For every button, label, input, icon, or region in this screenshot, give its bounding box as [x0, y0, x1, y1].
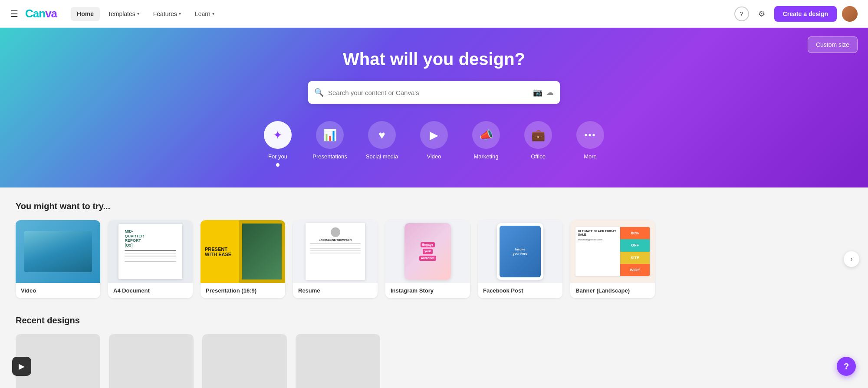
avatar-image [842, 6, 858, 22]
help-fab[interactable]: ? [837, 357, 856, 376]
banner-left: ULTIMATE BLACK FRIDAY SALE www.redtagpre… [575, 227, 620, 276]
nav-features-label: Features [153, 10, 177, 17]
category-video[interactable]: ▶ Video [408, 118, 460, 163]
card-presentation[interactable]: PRESENT WITH EASE Presentation (16:9) [201, 220, 285, 298]
card-presentation-label: Presentation (16:9) [201, 283, 285, 298]
video-icon: ▶ [430, 128, 438, 142]
cards-next-arrow[interactable]: › [844, 251, 859, 267]
card-facebook-label: Facebook Post [478, 283, 562, 298]
fb-text-line1: Inspire [515, 248, 525, 251]
try-section-title: You might want to try... [16, 201, 852, 211]
video-record-fab[interactable]: ▶ [12, 357, 31, 376]
card-facebook[interactable]: Inspire your Feed Facebook Post [478, 220, 562, 298]
nav-home-label: Home [77, 10, 94, 17]
nav-items: Home Templates ▾ Features ▾ Learn ▾ [71, 7, 220, 21]
custom-size-button[interactable]: Custom size [808, 36, 858, 53]
a4-line-2 [125, 253, 176, 254]
card-banner-label: Banner (Landscape) [570, 283, 655, 298]
search-input[interactable] [328, 89, 533, 96]
category-office[interactable]: 💼 Office [512, 118, 564, 163]
nav-learn-label: Learn [195, 10, 210, 17]
nav-home[interactable]: Home [71, 7, 100, 21]
settings-icon[interactable]: ⚙ [754, 7, 769, 21]
a4-thumb-paper: MID-QUARTERREPORT[Q2] [118, 224, 182, 279]
megaphone-icon: 📣 [479, 128, 493, 142]
pres-thumb-text: PRESENT WITH EASE [205, 246, 231, 256]
card-video-thumbnail [16, 220, 100, 283]
resume-name: JACQUELINE THOMPSON [319, 239, 352, 241]
fb-phone: Inspire your Feed [497, 223, 543, 280]
category-presentations[interactable]: 📊 Presentations [304, 118, 356, 163]
category-for-you[interactable]: ✦ For you [252, 118, 304, 170]
a4-line-1 [125, 250, 176, 251]
sparkle-icon: ✦ [273, 128, 283, 142]
help-icon[interactable]: ? [734, 7, 749, 21]
recent-card-3[interactable] [202, 334, 287, 388]
canva-logo[interactable]: Canva [25, 7, 57, 20]
recent-section-title: Recent designs [16, 316, 852, 326]
resume-line-1 [310, 243, 361, 244]
banner-title: ULTIMATE BLACK FRIDAY SALE [578, 230, 618, 237]
create-design-button[interactable]: Create a design [774, 6, 837, 22]
banner-thumb-bg: ULTIMATE BLACK FRIDAY SALE www.redtagpre… [570, 220, 655, 283]
a4-line-5 [125, 261, 176, 262]
a4-line-4 [125, 259, 176, 260]
card-a4[interactable]: MID-QUARTERREPORT[Q2] A4 Document [108, 220, 193, 298]
banner-block-4: WIDE [620, 264, 650, 276]
nav-learn[interactable]: Learn ▾ [189, 7, 220, 21]
recent-card-4[interactable] [296, 334, 380, 388]
banner-block-1: 80% [620, 227, 650, 239]
card-facebook-thumbnail: Inspire your Feed [478, 220, 562, 283]
resume-line-4 [310, 250, 361, 251]
hero-title: What will you design? [343, 49, 525, 69]
marketing-icon-wrap: 📣 [472, 121, 500, 149]
main-content: You might want to try... Video MID-QUART… [0, 187, 868, 388]
for-you-label: For you [268, 153, 287, 160]
card-resume[interactable]: JACQUELINE THOMPSON Resume [293, 220, 378, 298]
avatar[interactable] [842, 6, 858, 22]
office-icon-wrap: 💼 [524, 121, 552, 149]
card-instagram[interactable]: Engage your Audience Instagram Story [385, 220, 470, 298]
ig-screen: Engage your Audience [404, 223, 451, 280]
nav-features[interactable]: Features ▾ [147, 7, 187, 21]
upload-icon[interactable]: ☁ [546, 88, 554, 97]
nav-templates[interactable]: Templates ▾ [102, 7, 145, 21]
recent-card-2[interactable] [109, 334, 194, 388]
category-more[interactable]: ••• More [564, 118, 616, 163]
more-icon-wrap: ••• [576, 121, 604, 149]
fb-text: Inspire your Feed [513, 247, 527, 255]
banner-block-3: SITE [620, 252, 650, 264]
ig-badge-3: Audience [419, 256, 437, 261]
pres-photo-bg [242, 224, 282, 279]
category-marketing[interactable]: 📣 Marketing [460, 118, 512, 163]
a4-line-3 [125, 256, 176, 256]
ig-phone: Engage your Audience [404, 223, 451, 280]
search-bar: 🔍 📷 ☁ [308, 81, 560, 104]
ig-badge-1: Engage [421, 242, 435, 247]
presentations-label: Presentations [312, 153, 347, 160]
presentations-icon: 📊 [323, 128, 337, 142]
camera-icon[interactable]: 📷 [533, 88, 542, 97]
social-media-label: Social media [366, 153, 398, 160]
pres-thumb-bg: PRESENT WITH EASE [201, 220, 285, 283]
more-label: More [584, 153, 597, 160]
video-thumb-bg [16, 220, 100, 283]
search-icon: 🔍 [314, 88, 324, 97]
card-a4-thumbnail: MID-QUARTERREPORT[Q2] [108, 220, 193, 283]
video-icon-wrap: ▶ [420, 121, 448, 149]
resume-thumb-bg: JACQUELINE THOMPSON [293, 220, 378, 283]
hamburger-icon[interactable]: ☰ [10, 9, 18, 19]
hero-banner: Custom size What will you design? 🔍 📷 ☁ … [0, 28, 868, 187]
presentations-icon-wrap: 📊 [316, 121, 344, 149]
card-banner[interactable]: ULTIMATE BLACK FRIDAY SALE www.redtagpre… [570, 220, 655, 298]
pres-text-line1: PRESENT [205, 246, 227, 251]
category-social-media[interactable]: ♥ Social media [356, 118, 408, 163]
try-cards-row: Video MID-QUARTERREPORT[Q2] A4 Document [16, 220, 852, 298]
resume-avatar-circle [331, 227, 340, 237]
office-label: Office [531, 153, 546, 160]
resume-paper: JACQUELINE THOMPSON [306, 223, 365, 280]
heart-icon: ♥ [378, 128, 385, 142]
card-resume-thumbnail: JACQUELINE THOMPSON [293, 220, 378, 283]
learn-chevron-icon: ▾ [212, 11, 214, 16]
card-video[interactable]: Video [16, 220, 100, 298]
